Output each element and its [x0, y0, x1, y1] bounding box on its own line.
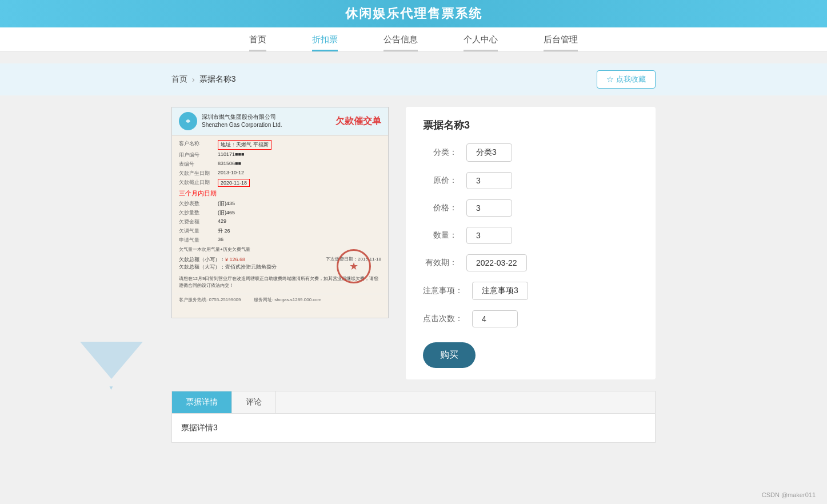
breadcrumb-bar: 首页 › 票据名称3 ☆ 点我收藏	[0, 63, 827, 95]
nav-items: 首页 折扣票 公告信息 个人中心 后台管理	[226, 27, 601, 51]
doc-row-amount3: 欠费金额 429	[179, 218, 381, 226]
breadcrumb-separator: ›	[192, 75, 195, 84]
app-title: 休闲娱乐代理售票系统	[345, 5, 482, 22]
bottom-content: 票据详情3	[171, 414, 656, 443]
label-original-price: 原价：	[423, 175, 457, 186]
doc-red-annotation: 三个月内日期	[179, 189, 381, 198]
csdn-attribution: CSDN @maker011	[762, 491, 816, 498]
doc-footer: 客户服务热线: 0755-25199009 服务网址: shcgas.s1289…	[172, 294, 388, 305]
ticket-details: 票据名称3 分类： 分类3 原价： 3 价格： 3 数量： 3 有效期： 202…	[406, 107, 656, 379]
nav-indicator-home	[249, 50, 266, 51]
value-expiry: 2022-03-22	[466, 254, 527, 271]
breadcrumb-home[interactable]: 首页	[171, 74, 187, 85]
navigation: 首页 折扣票 公告信息 个人中心 后台管理	[0, 27, 827, 52]
label-quantity: 数量：	[423, 230, 457, 241]
nav-admin[interactable]: 后台管理	[521, 27, 601, 51]
ticket-title: 票据名称3	[423, 118, 638, 132]
detail-row-quantity: 数量： 3	[423, 227, 638, 244]
detail-row-category: 分类： 分类3	[423, 143, 638, 162]
nav-announcement[interactable]: 公告信息	[361, 27, 441, 51]
doc-row-amount1: 欠抄表数 (旧)435	[179, 200, 381, 207]
doc-row-date2: 欠款截止日期 2020-11-18	[179, 179, 381, 187]
doc-row-gas2: 申请气量 36	[179, 237, 381, 244]
ticket-image-mock: 深圳市燃气集团股份有限公司 Shenzhen Gas Corporation L…	[172, 107, 388, 318]
value-category: 分类3	[466, 143, 512, 162]
doc-title: 欠款催交单	[335, 115, 381, 127]
nav-indicator-announcement	[383, 50, 418, 51]
value-price: 3	[466, 199, 512, 217]
label-expiry: 有效期：	[423, 258, 457, 268]
detail-row-price: 价格： 3	[423, 199, 638, 217]
value-original-price: 3	[466, 172, 512, 189]
doc-row-id: 用户编号 110171■■■	[179, 151, 381, 159]
label-category: 分类：	[423, 147, 457, 158]
doc-row-date1: 欠款产生日期 2013-10-12	[179, 170, 381, 177]
label-price: 价格：	[423, 203, 457, 213]
doc-row-gas: 欠调气量 升 26	[179, 227, 381, 235]
ticket-image: 深圳市燃气集团股份有限公司 Shenzhen Gas Corporation L…	[171, 107, 389, 318]
doc-row-meter: 表编号 831506■■	[179, 161, 381, 168]
nav-indicator-personal	[464, 50, 498, 51]
nav-discount[interactable]: 折扣票	[289, 27, 361, 51]
app-header: 休闲娱乐代理售票系统	[0, 0, 827, 27]
nav-personal[interactable]: 个人中心	[441, 27, 521, 51]
tab-detail[interactable]: 票据详情	[172, 391, 232, 413]
value-clicks: 4	[472, 310, 518, 327]
favorite-button[interactable]: ☆ 点我收藏	[597, 70, 656, 89]
bottom-tabs: 票据详情 评论	[171, 391, 656, 414]
doc-body: 客户名称 地址：天燃气 平福新 用户编号 110171■■■ 表编号 83150…	[172, 135, 388, 294]
watermark-triangle	[80, 342, 143, 379]
doc-row-amount2: 欠抄量数 (旧)465	[179, 209, 381, 217]
detail-row-clicks: 点击次数： 4	[423, 310, 638, 327]
nav-home[interactable]: 首页	[226, 27, 289, 51]
breadcrumb: 首页 › 票据名称3	[171, 74, 235, 85]
label-notes: 注意事项：	[423, 286, 463, 296]
doc-header: 深圳市燃气集团股份有限公司 Shenzhen Gas Corporation L…	[172, 107, 388, 135]
detail-row-original-price: 原价： 3	[423, 172, 638, 189]
nav-indicator-discount	[312, 50, 338, 51]
value-quantity: 3	[466, 227, 512, 244]
value-notes: 注意事项3	[472, 282, 528, 300]
doc-company-name: 深圳市燃气集团股份有限公司 Shenzhen Gas Corporation L…	[202, 113, 282, 129]
detail-row-expiry: 有效期： 2022-03-22	[423, 254, 638, 271]
detail-text: 票据详情3	[181, 423, 218, 432]
doc-stamp: ★	[337, 249, 371, 283]
buy-button[interactable]: 购买	[423, 342, 476, 368]
tab-comment[interactable]: 评论	[232, 391, 276, 413]
nav-indicator-admin	[544, 50, 578, 51]
bottom-section: 票据详情 评论 票据详情3	[0, 391, 827, 454]
doc-row-address: 客户名称 地址：天燃气 平福新	[179, 140, 381, 150]
detail-row-notes: 注意事项： 注意事项3	[423, 282, 638, 300]
breadcrumb-current: 票据名称3	[199, 74, 236, 85]
doc-logo	[179, 112, 197, 130]
label-clicks: 点击次数：	[423, 314, 463, 324]
